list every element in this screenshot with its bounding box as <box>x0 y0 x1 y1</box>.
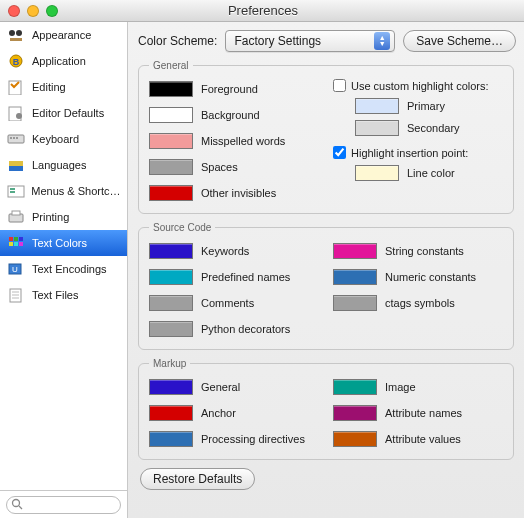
color-swatch[interactable] <box>333 269 377 285</box>
sidebar-item-label: Text Encodings <box>32 263 107 275</box>
svg-point-0 <box>9 30 15 36</box>
color-label: Predefined names <box>201 271 290 283</box>
sidebar-icon <box>6 182 25 200</box>
search-input[interactable] <box>6 496 121 514</box>
color-label: String constants <box>385 245 464 257</box>
general-row: Other invisibles <box>149 183 319 203</box>
color-scheme-select[interactable]: Factory Settings ▲▼ <box>225 30 395 52</box>
markup-row: Processing directives <box>149 429 319 449</box>
color-swatch[interactable] <box>149 133 193 149</box>
primary-color-swatch[interactable] <box>355 98 399 114</box>
restore-defaults-button[interactable]: Restore Defaults <box>140 468 255 490</box>
sidebar-item-menus-shortcuts[interactable]: Menus & Shortcuts <box>0 178 127 204</box>
svg-rect-18 <box>12 211 20 215</box>
svg-point-1 <box>16 30 22 36</box>
line-color-label: Line color <box>407 167 455 179</box>
color-label: Comments <box>201 297 254 309</box>
general-row: Foreground <box>149 79 319 99</box>
color-swatch[interactable] <box>149 295 193 311</box>
window-minimize-button[interactable] <box>27 5 39 17</box>
color-swatch[interactable] <box>149 107 193 123</box>
sidebar-item-editing[interactable]: Editing <box>0 74 127 100</box>
svg-text:B: B <box>13 57 20 67</box>
general-row: Misspelled words <box>149 131 319 151</box>
color-swatch[interactable] <box>149 159 193 175</box>
sidebar-item-label: Appearance <box>32 29 91 41</box>
color-label: Keywords <box>201 245 249 257</box>
window-title: Preferences <box>58 3 468 18</box>
use-custom-highlight-checkbox[interactable] <box>333 79 346 92</box>
svg-rect-22 <box>9 242 13 246</box>
color-swatch[interactable] <box>149 405 193 421</box>
line-color-swatch[interactable] <box>355 165 399 181</box>
color-swatch[interactable] <box>333 243 377 259</box>
sidebar-item-label: Languages <box>32 159 86 171</box>
window-titlebar: Preferences <box>0 0 524 22</box>
source-row: String constants <box>333 241 503 261</box>
sidebar-item-label: Editor Defaults <box>32 107 104 119</box>
sidebar-icon <box>6 286 26 304</box>
color-swatch[interactable] <box>333 431 377 447</box>
search-icon <box>11 498 23 512</box>
sidebar-icon <box>6 156 26 174</box>
markup-row: Attribute values <box>333 429 503 449</box>
sidebar-item-printing[interactable]: Printing <box>0 204 127 230</box>
color-label: Anchor <box>201 407 236 419</box>
sidebar-item-label: Editing <box>32 81 66 93</box>
sidebar-icon <box>6 130 26 148</box>
highlight-insertion-checkbox[interactable] <box>333 146 346 159</box>
sidebar-icon <box>6 234 26 252</box>
color-swatch[interactable] <box>149 269 193 285</box>
color-label: Background <box>201 109 260 121</box>
color-label: Numeric constants <box>385 271 476 283</box>
primary-label: Primary <box>407 100 445 112</box>
sidebar-item-keyboard[interactable]: Keyboard <box>0 126 127 152</box>
color-swatch[interactable] <box>333 379 377 395</box>
color-swatch[interactable] <box>149 81 193 97</box>
sidebar-item-label: Keyboard <box>32 133 79 145</box>
svg-rect-12 <box>9 166 23 171</box>
source-row: ctags symbols <box>333 293 503 313</box>
sidebar-icon <box>6 104 26 122</box>
sidebar-item-text-colors[interactable]: Text Colors <box>0 230 127 256</box>
sidebar-item-application[interactable]: BApplication <box>0 48 127 74</box>
color-swatch[interactable] <box>333 405 377 421</box>
sidebar-item-label: Menus & Shortcuts <box>31 185 121 197</box>
save-scheme-button[interactable]: Save Scheme… <box>403 30 516 52</box>
window-zoom-button[interactable] <box>46 5 58 17</box>
color-swatch[interactable] <box>149 379 193 395</box>
secondary-color-swatch[interactable] <box>355 120 399 136</box>
sidebar-item-text-encodings[interactable]: UText Encodings <box>0 256 127 282</box>
svg-rect-2 <box>10 38 22 41</box>
svg-rect-9 <box>10 137 12 139</box>
color-swatch[interactable] <box>333 295 377 311</box>
highlight-insertion-label: Highlight insertion point: <box>351 147 468 159</box>
color-label: Spaces <box>201 161 238 173</box>
color-swatch[interactable] <box>149 243 193 259</box>
sidebar-item-languages[interactable]: Languages <box>0 152 127 178</box>
svg-text:U: U <box>12 265 18 274</box>
sidebar-item-text-files[interactable]: Text Files <box>0 282 127 308</box>
color-label: Python decorators <box>201 323 290 335</box>
sidebar-item-appearance[interactable]: Appearance <box>0 22 127 48</box>
markup-row: Anchor <box>149 403 319 423</box>
secondary-label: Secondary <box>407 122 460 134</box>
color-scheme-label: Color Scheme: <box>138 34 217 48</box>
sidebar-icon: U <box>6 260 26 278</box>
svg-line-32 <box>19 506 22 509</box>
color-swatch[interactable] <box>149 185 193 201</box>
color-swatch[interactable] <box>149 321 193 337</box>
markup-legend: Markup <box>149 358 190 369</box>
sidebar-item-label: Text Colors <box>32 237 87 249</box>
svg-rect-24 <box>19 242 23 246</box>
use-custom-highlight-label: Use custom highlight colors: <box>351 80 489 92</box>
sidebar-item-label: Text Files <box>32 289 78 301</box>
color-swatch[interactable] <box>149 431 193 447</box>
sidebar-item-label: Application <box>32 55 86 67</box>
sidebar-icon <box>6 78 26 96</box>
svg-rect-10 <box>13 137 15 139</box>
general-legend: General <box>149 60 193 71</box>
sidebar-item-editor-defaults[interactable]: Editor Defaults <box>0 100 127 126</box>
markup-row: Image <box>333 377 503 397</box>
window-close-button[interactable] <box>8 5 20 17</box>
